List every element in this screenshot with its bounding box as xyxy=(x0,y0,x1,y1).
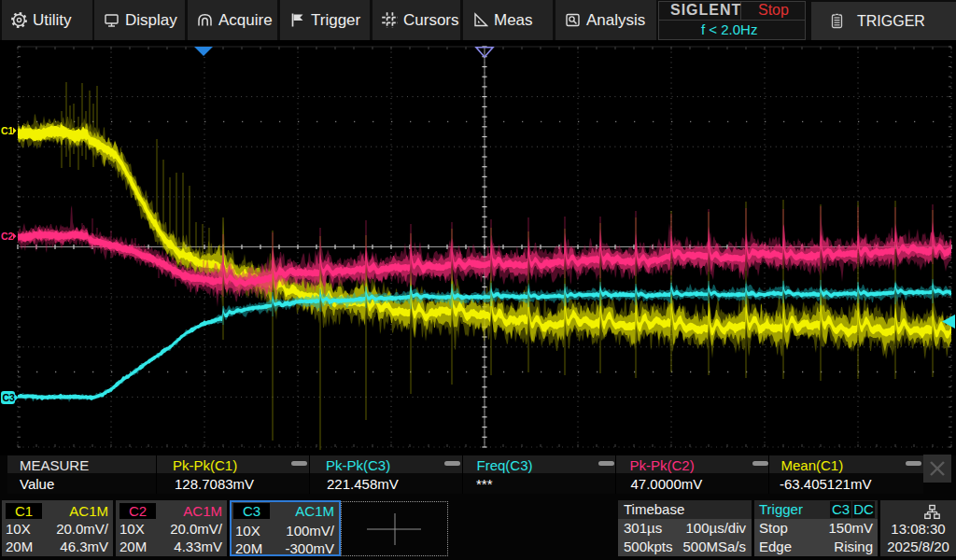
svg-text:C3: C3 xyxy=(3,392,16,403)
svg-text:C2: C2 xyxy=(1,231,14,242)
svg-text:C1: C1 xyxy=(1,125,14,136)
